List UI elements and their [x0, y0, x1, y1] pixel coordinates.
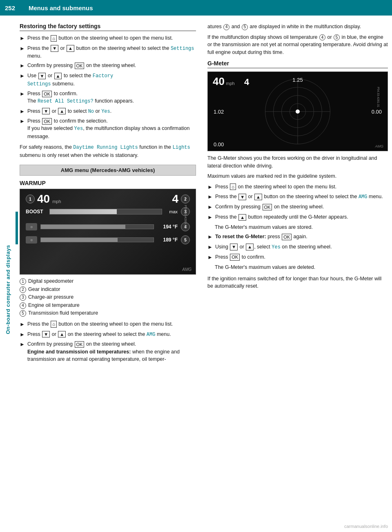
wi-temp-val-2: 189 °F — [157, 237, 178, 243]
amg-highlight: AMG — [359, 194, 368, 200]
key-ok: OK — [42, 91, 52, 97]
wi-boost-row: BOOST max 3 — [20, 206, 196, 218]
key-home: ⌂ — [230, 183, 236, 190]
wi-boost-bar-wrap — [49, 209, 162, 215]
wi-num-5: 5 — [181, 235, 190, 244]
bullet-item: ► Press OK to confirm the selection. If … — [20, 117, 196, 140]
bullet-arrow: ► — [207, 214, 213, 221]
circle-5: 5 — [242, 24, 248, 30]
gm-val-top: 1.25 — [292, 77, 303, 83]
wi-temp-bar-1 — [41, 225, 125, 229]
legend-num-3: 3 — [20, 294, 26, 301]
bullet-text: Press the ⌂ button on the steering wheel… — [27, 34, 173, 42]
wi-num-2: 2 — [181, 194, 190, 203]
key-home: ⌂ — [51, 321, 57, 327]
bullet-item: ► Press OK to confirm. The Reset All Set… — [20, 90, 196, 105]
legend-num-1: 1 — [20, 278, 26, 285]
amg-banner: AMG menu (Mercedes-AMG vehicles) — [20, 165, 196, 176]
wi-speed-block: 1 40 mph — [26, 192, 61, 206]
key-down: ▼ — [238, 194, 246, 200]
key-up: ▲ — [54, 73, 62, 79]
legend-text-1: Digital speedometer — [28, 278, 74, 285]
bullet-text: Press OK to confirm. The Reset All Setti… — [27, 90, 134, 105]
bullet-arrow: ► — [207, 254, 213, 262]
bullet-item: ► Press the ▲ button repeatedly until th… — [207, 213, 388, 221]
key-ok: OK — [263, 204, 272, 210]
bullet-item: ► Press OK to confirm. — [207, 253, 388, 262]
legend-item: 1 Digital speedometer — [20, 278, 196, 285]
key-down: ▼ — [42, 108, 50, 114]
key-ok: OK — [230, 254, 240, 260]
bullet-arrow: ► — [20, 72, 25, 80]
bullet-text: Confirm by pressing OK on the steering w… — [27, 62, 136, 69]
bullet-arrow: ► — [20, 45, 25, 53]
key-home: ⌂ — [51, 35, 57, 42]
wi-temp-bar-wrap-1 — [40, 224, 154, 229]
wi-temp-bar-wrap-2 — [40, 237, 154, 242]
wi-logo: AMG — [182, 267, 192, 272]
gm-speed-val: 40 — [213, 75, 225, 87]
gmeter-heading: G-Meter — [207, 60, 388, 68]
wi-watermark: P54.33-4283-31 — [184, 205, 187, 228]
yes-highlight: Yes — [74, 126, 83, 132]
warmup-heading: WARMUP — [20, 180, 196, 186]
gmeter-image: 40 mph 4 1.25 1.02 0.00 0.00 — [207, 72, 388, 151]
gm-watermark: P54.33-4281-31 — [376, 87, 379, 107]
wi-temp-icon-text-1: ☼ — [30, 225, 33, 229]
gmeter-desc-1: The G-Meter shows you the forces working… — [207, 154, 388, 170]
wi-temp-icon-1: ☼ — [26, 223, 37, 230]
legend-num-2: 2 — [20, 286, 26, 293]
bullet-text: Press the ▼ or ▲ button on the steering … — [215, 193, 383, 201]
page-body: On-board computer and displays Restoring… — [0, 16, 392, 532]
deleted-text: The G-Meter's maximum values are deleted… — [215, 264, 315, 271]
key-up: ▲ — [254, 194, 262, 200]
left-column: Restoring the factory settings ► Press t… — [20, 23, 203, 525]
wi-gear-block: 4 2 — [172, 192, 190, 206]
bullet-arrow: ► — [20, 341, 25, 349]
bullet-arrow: ► — [207, 193, 213, 201]
bullet-item: ► Use ▼ or ▲ to select the FactorySettin… — [20, 72, 196, 88]
gm-center-vals: 1.02 0.00 — [208, 108, 388, 114]
bullet-text: Press ▼ or ▲ on the steering wheel to se… — [27, 331, 171, 338]
gmeter-bullets: ► Press ⌂ on the steering wheel to open … — [207, 183, 388, 271]
gm-gear-val: 4 — [244, 77, 249, 87]
safety-note: For safety reasons, the Daytime Running … — [20, 143, 196, 159]
bullet-text: Press ⌂ on the steering wheel to open th… — [215, 183, 336, 190]
legend-text-5: Transmission fluid temperature — [28, 310, 98, 317]
gm-val-bottom: 0.00 — [214, 141, 224, 148]
daytime-highlight: Daytime Running Lights — [73, 145, 138, 150]
gm-bottom-vals: 0.00 — [208, 141, 388, 148]
legend-num-5: 5 — [20, 310, 26, 317]
page-watermark: carmanualsonline.info — [344, 524, 388, 529]
stored-text: The G-Meter's maximum values are stored. — [215, 224, 313, 231]
key-up: ▲ — [58, 331, 66, 338]
bullet-arrow: ► — [20, 108, 25, 116]
bullet-arrow: ► — [20, 35, 25, 42]
gm-speed-unit: mph — [226, 81, 234, 86]
wi-temp-icon-2: ☼ — [26, 236, 37, 244]
final-note: If the ignition remains switched off for… — [207, 275, 388, 290]
page-title: Menus and submenus — [24, 4, 93, 11]
legend-item: 4 Engine oil temperature — [20, 302, 196, 309]
bullet-arrow: ► — [20, 62, 25, 70]
wi-boost-max: max — [165, 209, 178, 214]
wi-gear-value: 4 — [172, 192, 178, 206]
warmup-image-inner: 1 40 mph 4 2 BOOST — [20, 189, 196, 274]
legend-text-3: Charge-air pressure — [28, 294, 74, 301]
bullet-text: Press ▼ or ▲ to select No or Yes. — [27, 107, 111, 115]
bullet-text: Press the ▲ button repeatedly until the … — [215, 213, 348, 221]
bullet-arrow: ► — [207, 183, 213, 191]
right-column: atures 4 and 5 are displayed in white in… — [203, 23, 388, 525]
bullet-arrow: ► — [20, 331, 25, 339]
bullet-item: ► Press ▼ or ▲ on the steering wheel to … — [20, 331, 196, 339]
bullet-arrow: ► — [207, 244, 213, 251]
engine-note-bold: Engine and transmission oil temperatures… — [27, 349, 131, 355]
content-area: Restoring the factory settings ► Press t… — [16, 16, 392, 532]
legend-item: 2 Gear indicator — [20, 286, 196, 293]
no-highlight: No — [88, 109, 94, 114]
wi-boost-label: BOOST — [26, 209, 46, 215]
wi-top-row: 1 40 mph 4 2 — [20, 189, 196, 206]
key-down: ▼ — [42, 331, 50, 338]
bullet-item: ► Press the ▼ or ▲ button on the steerin… — [20, 45, 196, 60]
gm-val-left: 1.02 — [214, 108, 224, 114]
